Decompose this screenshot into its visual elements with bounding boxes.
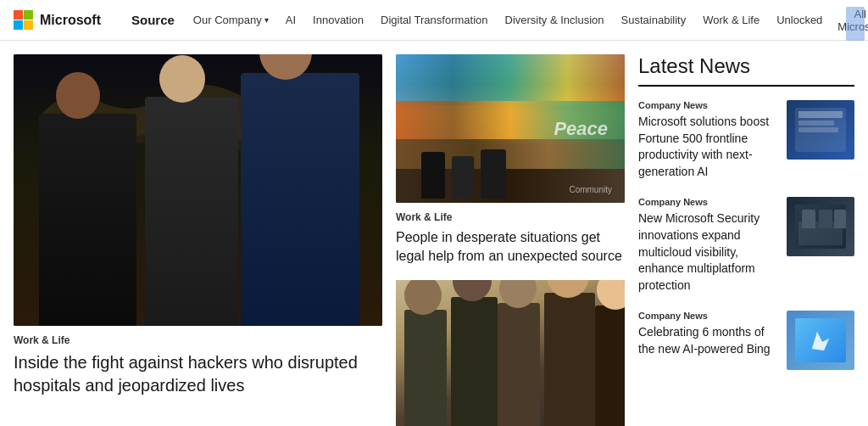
hero-people-image (14, 54, 382, 326)
news-item-1-thumbnail (787, 100, 854, 160)
news-item-2-category: Company News (638, 197, 778, 207)
center-top-image: Peace Community (396, 54, 625, 203)
news-item-1-headline: Microsoft solutions boost Fortune 500 fr… (638, 114, 778, 180)
navbar: Microsoft Source Our Company▾ AI Innovat… (0, 0, 868, 41)
nav-link-diversity[interactable]: Diversity & Inclusion (497, 0, 613, 41)
nav-link-innovation[interactable]: Innovation (304, 0, 372, 41)
center-column: Peace Community Work & Life People in de… (396, 54, 625, 426)
news-item-1[interactable]: Company News Microsoft solutions boost F… (638, 100, 854, 180)
news-item-3-headline: Celebrating 6 months of the new AI-power… (638, 324, 778, 357)
latest-news-heading: Latest News (638, 54, 854, 78)
latest-news-column: Latest News Company News Microsoft solut… (638, 54, 854, 426)
nav-link-digital-transformation[interactable]: Digital Transformation (372, 0, 496, 41)
news-item-3-thumbnail (787, 311, 854, 370)
nav-link-our-company[interactable]: Our Company▾ (185, 0, 277, 41)
community-text-decoration: Community (569, 185, 612, 194)
nav-brand-link[interactable]: Source (131, 0, 185, 41)
center-top-article[interactable]: Peace Community Work & Life People in de… (396, 54, 625, 266)
microsoft-wordmark: Microsoft (40, 13, 101, 28)
hero-label: Work & Life Inside the fight against hac… (14, 334, 382, 397)
nav-link-work-life[interactable]: Work & Life (694, 0, 768, 41)
nav-link-unlocked[interactable]: Unlocked (768, 0, 831, 41)
center-top-category: Work & Life (396, 211, 625, 223)
latest-news-divider (638, 85, 854, 87)
microsoft-logo-icon (14, 10, 33, 30)
hero-title: Inside the fight against hackers who dis… (14, 351, 382, 397)
center-top-label: Work & Life People in desperate situatio… (396, 211, 625, 266)
news-item-2-text: Company News New Microsoft Security inno… (638, 197, 778, 294)
nav-links: Our Company▾ AI Innovation Digital Trans… (185, 0, 831, 41)
news-item-2-headline: New Microsoft Security innovations expan… (638, 210, 778, 294)
news-item-3-text: Company News Celebrating 6 months of the… (638, 311, 778, 370)
logo-area[interactable]: Microsoft (14, 10, 101, 30)
news-item-2-thumbnail (787, 197, 854, 256)
nav-link-ai[interactable]: AI (277, 0, 304, 41)
news-item-3-category: Company News (638, 311, 778, 321)
main-content: Work & Life Inside the fight against hac… (0, 41, 868, 426)
nav-link-sustainability[interactable]: Sustainability (613, 0, 695, 41)
hero-image (14, 54, 382, 326)
news-item-1-category: Company News (638, 100, 778, 110)
news-item-2[interactable]: Company News New Microsoft Security inno… (638, 197, 854, 294)
news-item-1-text: Company News Microsoft solutions boost F… (638, 100, 778, 180)
news-item-3[interactable]: Company News Celebrating 6 months of the… (638, 311, 854, 370)
hero-left-article[interactable]: Work & Life Inside the fight against hac… (14, 54, 382, 426)
center-bottom-image[interactable] (396, 280, 625, 426)
center-top-title: People in desperate situations get legal… (396, 228, 625, 266)
hero-category: Work & Life (14, 334, 382, 346)
peace-text-decoration: Peace (554, 118, 608, 140)
